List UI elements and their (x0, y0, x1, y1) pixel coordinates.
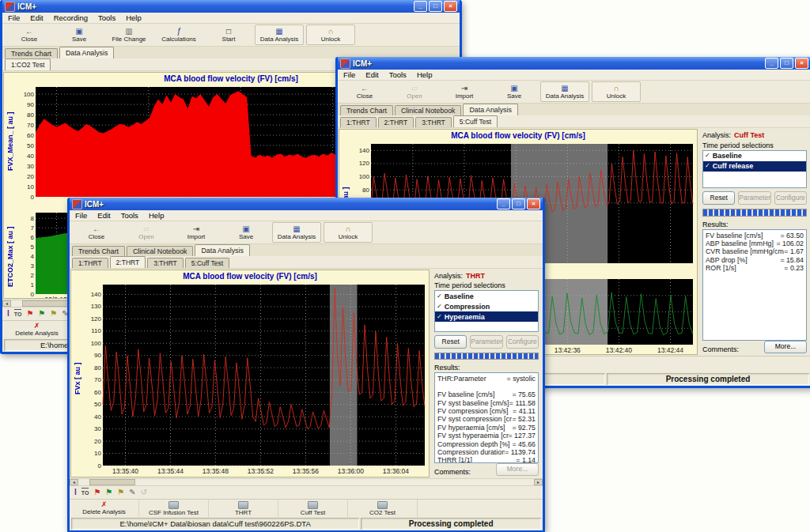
open-button[interactable]: ▱ Open (391, 81, 438, 102)
close-button[interactable]: ← Close (341, 81, 388, 102)
menu-item[interactable]: File (75, 211, 87, 220)
unlock-button[interactable]: ∩ Unlock (324, 222, 373, 243)
flag-red-icon[interactable]: ⚑ (26, 309, 33, 319)
scroll-thumb[interactable] (22, 300, 68, 307)
maximize-button[interactable]: □ (512, 198, 525, 209)
start-button[interactable]: □ Start (205, 25, 252, 45)
flag-green-icon[interactable]: ⚑ (38, 309, 45, 319)
menu-item[interactable]: Tools (121, 211, 138, 220)
save-button[interactable]: ▣ Save (55, 25, 103, 45)
scroll-thumb[interactable] (89, 479, 135, 485)
time-period-item[interactable]: ✓ Baseline (703, 151, 806, 161)
checkbox-checked-icon[interactable]: ✓ (437, 304, 442, 310)
cuff-test-button[interactable]: Cuff Test (278, 500, 348, 517)
data-analysis-button[interactable]: ▦ Data Analysis (255, 25, 304, 45)
menu-item[interactable]: Tools (389, 70, 407, 79)
close-window-button[interactable]: × (527, 198, 540, 209)
menu-item[interactable]: File (8, 13, 20, 22)
scroll-right-icon[interactable]: ► (534, 479, 543, 485)
time-period-item[interactable]: ✓ Hyperaemia (435, 311, 538, 322)
tab[interactable]: Clinical Notebook (127, 246, 193, 256)
data-analysis-button[interactable]: ▦ Data Analysis (272, 222, 321, 243)
tab[interactable]: Data Analysis (195, 244, 249, 256)
tab[interactable]: Clinical Notebook (395, 105, 461, 115)
unlock-button[interactable]: ∩ Unlock (592, 81, 641, 102)
analysis-subtab[interactable]: 5:Cuff Test (453, 115, 498, 127)
tab[interactable]: Trends Chart (5, 48, 58, 58)
close-button[interactable]: ← Close (6, 25, 53, 45)
time-period-item[interactable]: ✓ Compression (435, 301, 538, 311)
ibeam-select-icon[interactable]: I (7, 309, 9, 319)
menu-item[interactable]: File (343, 70, 355, 79)
w1-titlebar[interactable]: ICM+ _ □ × (2, 0, 460, 13)
time-period-item[interactable]: ✓ Baseline (435, 291, 538, 301)
file-change-button[interactable]: ▥ File Change (105, 25, 153, 45)
checkbox-checked-icon[interactable]: ✓ (705, 153, 710, 159)
time-period-listbox[interactable]: ✓ Baseline ✓ Compression ✓ Hyperaemia (434, 290, 539, 331)
minimize-button[interactable]: _ (497, 198, 510, 209)
menu-item[interactable]: Tools (98, 13, 115, 22)
tab[interactable]: Trends Chart (72, 246, 125, 256)
menu-item[interactable]: Edit (365, 70, 378, 79)
tab[interactable]: Trends Chart (340, 105, 393, 115)
menu-item[interactable]: Help (417, 70, 433, 79)
checkbox-checked-icon[interactable]: ✓ (437, 293, 442, 300)
panel-button[interactable]: Parameters (738, 191, 770, 205)
import-button[interactable]: ⇥ Import (441, 81, 488, 102)
tab[interactable]: Data Analysis (463, 104, 517, 115)
open-button[interactable]: ▱ Open (123, 222, 170, 243)
menu-item[interactable]: Help (149, 211, 165, 220)
more-button[interactable]: More... (764, 341, 807, 353)
menu-item[interactable]: Edit (97, 211, 110, 220)
delete-analysis-button[interactable]: ✗ Delete Analysis (70, 500, 139, 517)
more-button[interactable]: More... (496, 463, 539, 476)
minimize-button[interactable]: _ (414, 1, 427, 12)
annotation-icon[interactable]: TO (81, 488, 89, 498)
analysis-subtab[interactable]: 2:THRT (378, 117, 414, 127)
w2-titlebar[interactable]: ICM+ _ □ × (338, 57, 810, 70)
annotation-icon[interactable]: TO (14, 309, 22, 319)
panel-button[interactable]: Reset (702, 191, 735, 205)
analysis-subtab[interactable]: 3:THRT (147, 258, 184, 268)
menu-item[interactable]: Help (126, 13, 142, 22)
analysis-subtab[interactable]: 2:THRT (110, 256, 146, 268)
data-analysis-button[interactable]: ▦ Data Analysis (540, 81, 589, 102)
panel-button[interactable]: Parameters (470, 335, 502, 349)
analysis-subtab[interactable]: 1:CO2 Test (5, 58, 51, 70)
delete-analysis-button[interactable]: ✗ Delete Analysis (2, 321, 72, 338)
menu-item[interactable]: Edit (30, 13, 43, 22)
csf-infusion-test-button[interactable]: CSF Infusion Test (139, 500, 209, 517)
checkbox-checked-icon[interactable]: ✓ (705, 163, 710, 169)
co2-test-button[interactable]: CO2 Test (348, 500, 418, 517)
tab[interactable]: Data Analysis (59, 47, 114, 58)
unlock-button[interactable]: ∩ Unlock (306, 25, 355, 45)
analysis-subtab[interactable]: 1:THRT (72, 258, 108, 268)
menu-item[interactable]: Recording (54, 13, 88, 22)
save-button[interactable]: ▣ Save (222, 222, 270, 243)
edit-icon[interactable]: ✎ (129, 488, 135, 497)
close-window-button[interactable]: × (795, 58, 808, 69)
flag-red-icon[interactable]: ⚑ (93, 488, 100, 497)
analysis-subtab[interactable]: 5:Cuff Test (185, 258, 229, 268)
save-button[interactable]: ▣ Save (490, 81, 538, 102)
import-button[interactable]: ⇥ Import (172, 222, 220, 243)
close-window-button[interactable]: × (444, 1, 457, 12)
close-button[interactable]: ← Close (73, 222, 120, 243)
panel-button[interactable]: Configure (506, 335, 539, 349)
ibeam-select-icon[interactable]: I (74, 488, 77, 497)
panel-button[interactable]: Configure (774, 191, 807, 205)
w3-h-scrollbar[interactable]: ◄ ► (70, 478, 543, 485)
fv-pulse-chart[interactable]: 010203040506070809010011012013014013:35:… (82, 281, 427, 476)
minimize-button[interactable]: _ (765, 58, 778, 69)
flag-yellow-icon[interactable]: ⚑ (50, 309, 57, 319)
time-period-item[interactable]: ✓ Cuff release (703, 161, 806, 172)
maximize-button[interactable]: □ (780, 58, 793, 69)
analysis-subtab[interactable]: 3:THRT (415, 117, 452, 127)
flag-yellow-icon[interactable]: ⚑ (117, 488, 124, 497)
thrt-test-button[interactable]: THRT (209, 500, 278, 517)
scroll-left-icon[interactable]: ◄ (2, 300, 11, 307)
scroll-left-icon[interactable]: ◄ (70, 479, 78, 485)
time-period-listbox[interactable]: ✓ Baseline ✓ Cuff release (702, 150, 807, 189)
panel-button[interactable]: Reset (434, 335, 467, 349)
w3-titlebar[interactable]: ICM+ _ □ × (70, 198, 543, 210)
